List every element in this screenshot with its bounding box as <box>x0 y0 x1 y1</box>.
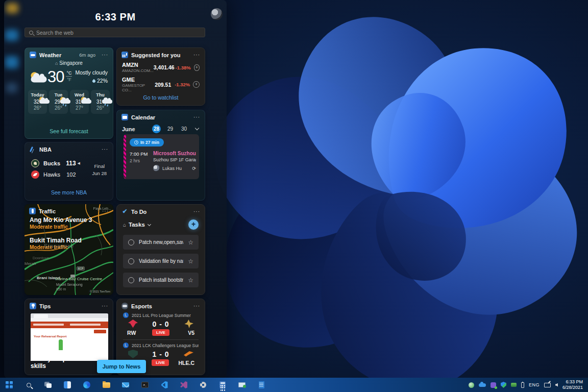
volume-icon[interactable] <box>555 383 558 387</box>
tray-app-icon[interactable] <box>469 382 474 388</box>
stocks-widget[interactable]: Suggested for you ··· AMZN AMAZON.COM...… <box>116 47 205 106</box>
precipitation-icon <box>92 79 96 83</box>
todo-check-icon: ✔ <box>121 208 128 215</box>
calendar-date[interactable]: 29 <box>166 125 175 133</box>
forecast-day[interactable]: Tue 29°26° <box>49 90 68 114</box>
more-options-button[interactable]: ··· <box>193 53 200 58</box>
vscode-icon[interactable] <box>158 379 170 391</box>
calendar-event-card[interactable]: In 27 min 7:00 PM 2 hrs Microsoft Suzhou… <box>124 134 199 179</box>
pen-display-icon[interactable] <box>544 383 551 387</box>
forecast-day[interactable]: Thu 31°26° <box>91 90 110 114</box>
more-options-button[interactable]: ··· <box>193 304 200 309</box>
file-explorer-icon[interactable] <box>100 379 112 391</box>
team-hle-logo <box>184 350 193 358</box>
weather-widget[interactable]: Weather 6m ago ··· ⌂ Singapore 30 °C °F … <box>24 47 113 139</box>
web-search-bar[interactable] <box>24 28 205 37</box>
game-date: Jun 28 <box>92 170 107 177</box>
blurred-desktop-icon <box>5 30 18 41</box>
calendar-icon <box>121 114 128 120</box>
forecast-day[interactable]: Wed 31°27° <box>70 90 89 114</box>
stock-company: AMAZON.COM... <box>122 68 154 73</box>
sync-icon[interactable]: ⟳ <box>192 166 196 171</box>
add-to-watchlist-button[interactable]: + <box>193 81 200 88</box>
calendar-month: June <box>122 126 135 132</box>
see-full-forecast-link[interactable]: See full forecast <box>25 128 113 134</box>
tray-app-icon[interactable] <box>511 383 517 387</box>
clock-icon <box>134 140 138 144</box>
match-score: 1 - 0 <box>152 350 169 358</box>
stock-symbol: AMZN <box>122 62 154 68</box>
traffic-light-icon <box>29 208 36 214</box>
traffic-widget[interactable]: Traffic ··· Ang Mo Kio Avenue 3 Moderate… <box>24 204 113 295</box>
task-list-name[interactable]: Tasks <box>129 222 145 228</box>
star-icon[interactable]: ☆ <box>188 258 193 265</box>
calendar-widget[interactable]: Calendar ··· June 28 29 30 In 27 min 7:0… <box>116 110 205 201</box>
event-location: Suzhou SIP 1F Garage (Besi... <box>153 157 196 162</box>
add-to-watchlist-button[interactable]: + <box>194 64 200 71</box>
widgets-button[interactable] <box>61 379 74 391</box>
league-icon: L <box>123 342 129 348</box>
unit-toggle[interactable]: °C °F <box>66 70 72 82</box>
see-more-nba-link[interactable]: See more NBA <box>25 189 113 195</box>
language-indicator[interactable]: ENG <box>529 382 540 387</box>
visual-studio-icon[interactable] <box>178 379 190 391</box>
more-options-button[interactable]: ··· <box>102 209 109 214</box>
task-checkbox[interactable] <box>128 239 134 246</box>
league-row[interactable]: L 2021 LCK Challengers League Summer <box>117 341 205 348</box>
calendar-date-selected[interactable]: 28 <box>152 125 161 133</box>
battery-icon[interactable] <box>521 382 524 388</box>
widget-title: Weather <box>39 52 61 58</box>
panel-clock: 6:33 PM <box>4 11 227 23</box>
task-view-button[interactable] <box>42 379 54 391</box>
jump-to-news-button[interactable]: Jump to News <box>97 360 146 373</box>
go-to-watchlist-link[interactable]: Go to watchlist <box>117 94 205 101</box>
preview-heading: Your Rehearsal Report <box>34 335 67 338</box>
user-avatar[interactable] <box>211 8 223 20</box>
task-item[interactable]: Patch install bootstrapp... ☆ <box>123 273 199 287</box>
task-item[interactable]: Validation file by name ☆ <box>123 254 199 268</box>
widget-title: Traffic <box>39 208 56 214</box>
more-options-button[interactable]: ··· <box>193 115 200 120</box>
terminal-icon[interactable]: >_ <box>139 379 151 391</box>
todo-widget[interactable]: ✔ To Do ··· ⌂ Tasks + Patch new,open,sav… <box>116 204 205 295</box>
calculator-icon[interactable] <box>216 379 229 391</box>
more-options-button[interactable]: ··· <box>102 147 108 152</box>
match-score: 0 - 0 <box>152 320 169 328</box>
divider <box>123 339 199 340</box>
task-checkbox[interactable] <box>128 277 134 283</box>
star-icon[interactable]: ☆ <box>188 239 193 246</box>
mail-icon[interactable] <box>119 379 132 391</box>
more-options-button[interactable]: ··· <box>193 209 200 214</box>
start-button[interactable] <box>3 379 15 391</box>
tray-app-icon[interactable] <box>491 382 496 388</box>
edge-icon[interactable] <box>81 379 93 391</box>
nba-widget[interactable]: NBA ··· Bucks 113 ◀ Hawks 102 ◀ Final Ju… <box>24 142 113 201</box>
team-name: V5 <box>179 330 194 336</box>
settings-gear-icon[interactable] <box>197 379 209 391</box>
notepad-icon[interactable] <box>255 379 267 391</box>
task-item[interactable]: Patch new,open,save,edi... ☆ <box>123 235 199 250</box>
tray-clock[interactable]: 6:33 PM 6/28/2021 <box>562 379 583 391</box>
league-row[interactable]: L 2021 LoL Pro League Summer <box>117 311 205 318</box>
more-options-button[interactable]: ··· <box>102 304 108 309</box>
forecast-day[interactable]: Today 32°26° <box>28 90 47 114</box>
search-input[interactable] <box>36 30 201 36</box>
add-task-button[interactable]: + <box>188 219 199 230</box>
search-button[interactable] <box>22 379 35 391</box>
stock-row[interactable]: GME GAMESTOP CO... 209.51 -1.32% + <box>117 75 205 94</box>
onedrive-icon[interactable] <box>479 383 486 387</box>
security-shield-icon[interactable] <box>501 382 506 388</box>
calendar-date[interactable]: 30 <box>180 125 188 133</box>
star-icon[interactable]: ☆ <box>188 277 193 284</box>
sports-icon <box>30 146 36 153</box>
more-options-button[interactable]: ··· <box>102 53 108 58</box>
chevron-down-icon[interactable] <box>148 222 151 226</box>
stock-row[interactable]: AMZN AMAZON.COM... 3,401.46 -1.38% + <box>117 60 205 75</box>
weather-location: ⌂ Singapore <box>25 60 113 66</box>
pc-status-icon[interactable] <box>236 379 248 391</box>
stock-price: 209.51 <box>155 82 171 88</box>
chevron-down-icon[interactable] <box>195 126 199 130</box>
task-checkbox[interactable] <box>128 258 134 264</box>
winner-arrow-icon: ◀ <box>78 161 80 165</box>
lightbulb-icon <box>30 303 36 309</box>
